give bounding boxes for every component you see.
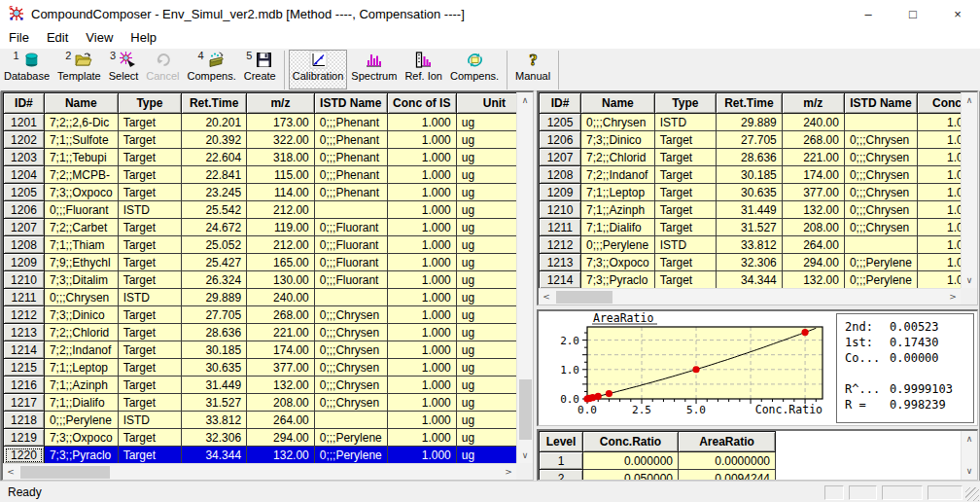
table-cell[interactable]: Target (118, 394, 182, 412)
table-cell[interactable]: 32.306 (717, 254, 783, 271)
table-cell[interactable]: 132.00 (247, 376, 315, 394)
row-id-cell[interactable]: 1211 (4, 289, 45, 306)
table-cell[interactable]: 7;3;;Pyraclo (44, 447, 118, 464)
table-cell[interactable] (314, 412, 387, 429)
column-header[interactable]: m/z (247, 93, 315, 114)
table-cell[interactable]: 0;;;Chrysen (314, 376, 387, 394)
column-header[interactable]: AreaRatio (679, 432, 776, 452)
row-id-cell[interactable]: 1214 (540, 271, 581, 289)
table-cell[interactable]: 0;;;Phenant (314, 131, 387, 149)
spectrum-view-button[interactable]: Spectrum (347, 50, 401, 90)
table-cell[interactable]: 7;2;;Chlorid (44, 324, 118, 341)
table-row[interactable]: 10.0000000.0000000 (540, 452, 776, 470)
table-cell[interactable]: 1.000 (387, 166, 456, 184)
row-id-cell[interactable]: 1216 (4, 376, 45, 394)
table-row[interactable]: 12207;3;;PyracloTarget34.344132.000;;;Pe… (4, 447, 533, 464)
horizontal-scrollbar[interactable]: < > (539, 288, 961, 305)
table-row[interactable]: 12077;2;;CarbetTarget24.672119.000;;;Flu… (4, 219, 533, 236)
table-cell[interactable]: 25.542 (182, 201, 247, 219)
row-id-cell[interactable]: 1213 (4, 324, 45, 341)
table-cell[interactable]: ISTD (118, 201, 182, 219)
row-id-cell[interactable]: 1218 (4, 412, 45, 429)
table-cell[interactable]: 173.00 (247, 114, 315, 131)
table-cell[interactable]: 7;2;;Indanof (44, 341, 118, 359)
table-cell[interactable]: 30.185 (182, 341, 247, 359)
table-row[interactable]: 12060;;;FluorantISTD25.542212.001.000ug (4, 201, 533, 219)
table-cell[interactable]: 0.050000 (583, 470, 679, 482)
table-cell[interactable]: 130.00 (247, 271, 315, 289)
table-cell[interactable]: Target (118, 184, 182, 201)
table-cell[interactable]: 33.812 (182, 412, 247, 429)
table-cell[interactable]: 7;2;;MCPB- (44, 166, 118, 184)
table-row[interactable]: 12067;3;;DinicoTarget27.705268.000;;;Chr… (540, 131, 977, 149)
table-row[interactable]: 20.0500000.0094244 (540, 470, 776, 482)
table-cell[interactable] (844, 236, 917, 254)
table-cell[interactable]: 0;;;Perylene (844, 271, 917, 289)
row-id-cell[interactable]: 1209 (540, 184, 581, 201)
table-cell[interactable]: 268.00 (782, 131, 844, 149)
table-cell[interactable]: 7;3;;Ditalim (44, 271, 118, 289)
table-cell[interactable]: 322.00 (247, 131, 315, 149)
table-cell[interactable]: Target (654, 219, 716, 236)
scroll-down-icon[interactable]: ∨ (517, 448, 533, 463)
scrollbar-thumb[interactable] (20, 466, 110, 479)
table-cell[interactable]: Target (118, 149, 182, 166)
table-cell[interactable]: 318.00 (247, 149, 315, 166)
table-cell[interactable]: 0;;;Chrysen (314, 394, 387, 412)
table-row[interactable]: 12157;1;;LeptopTarget30.635377.000;;;Chr… (4, 359, 533, 376)
table-row[interactable]: 12137;2;;ChloridTarget28.636221.000;;;Ch… (4, 324, 533, 341)
table-row[interactable]: 12050;;;ChrysenISTD29.889240.001.000 (540, 114, 977, 131)
table-cell[interactable]: 0;;;Chrysen (844, 166, 917, 184)
compensation-create-button[interactable]: 4 Compens. (184, 50, 240, 90)
table-cell[interactable] (314, 289, 387, 306)
table-cell[interactable]: 7;3;;Oxpoco (44, 184, 118, 201)
table-cell[interactable]: 1.000 (387, 359, 456, 376)
scroll-left-icon[interactable]: < (3, 464, 18, 480)
scroll-right-icon[interactable]: > (945, 289, 961, 305)
table-cell[interactable]: 33.812 (717, 236, 783, 254)
table-cell[interactable]: 0;;;Perylene (44, 412, 118, 429)
table-row[interactable]: 12110;;;ChrysenISTD29.889240.001.000ug (4, 289, 533, 306)
scrollbar-thumb[interactable] (556, 291, 612, 304)
table-cell[interactable]: 1.000 (387, 149, 456, 166)
table-cell[interactable]: 7;1;;Leptop (581, 184, 655, 201)
column-header[interactable]: Type (654, 93, 716, 114)
table-cell[interactable]: Target (118, 114, 182, 131)
row-id-cell[interactable]: 1205 (4, 184, 45, 201)
table-cell[interactable]: 208.00 (247, 394, 315, 412)
column-header[interactable]: Conc of IS (387, 93, 456, 114)
table-cell[interactable]: 1.000 (387, 201, 456, 219)
select-button[interactable]: 3 Select (105, 50, 143, 90)
table-cell[interactable]: 7;1;;Azinph (581, 201, 655, 219)
row-id-cell[interactable]: 1217 (4, 394, 45, 412)
row-id-cell[interactable]: 1210 (4, 271, 45, 289)
table-cell[interactable]: Target (118, 219, 182, 236)
table-cell[interactable]: ISTD (118, 289, 182, 306)
table-row[interactable]: 12117;1;;DialifoTarget31.527208.000;;;Ch… (540, 219, 977, 236)
row-id-cell[interactable]: 1212 (4, 306, 45, 324)
table-cell[interactable]: 1.000 (387, 271, 456, 289)
table-cell[interactable]: Target (118, 359, 182, 376)
table-cell[interactable]: Target (118, 131, 182, 149)
table-cell[interactable]: 24.672 (182, 219, 247, 236)
table-cell[interactable]: Target (118, 306, 182, 324)
table-cell[interactable]: 1.000 (387, 114, 456, 131)
table-cell[interactable]: 0;;;Fluorant (44, 201, 118, 219)
table-cell[interactable]: 1.000 (387, 131, 456, 149)
table-row[interactable]: 12077;2;;ChloridTarget28.636221.000;;;Ch… (540, 149, 977, 166)
table-row[interactable]: 12047;2;;MCPB-Target22.841115.000;;;Phen… (4, 166, 533, 184)
column-header[interactable]: Name (44, 93, 118, 114)
column-header[interactable]: ISTD Name (314, 93, 387, 114)
table-cell[interactable]: 7;3;;Oxpoco (581, 254, 655, 271)
table-cell[interactable]: 0;;;Chrysen (844, 219, 917, 236)
table-cell[interactable]: Target (654, 166, 716, 184)
row-id-cell[interactable]: 1204 (4, 166, 45, 184)
table-cell[interactable]: 0;;;Phenant (314, 114, 387, 131)
table-cell[interactable]: 0;;;Chrysen (314, 306, 387, 324)
scroll-up-icon[interactable]: ∧ (962, 431, 977, 447)
table-cell[interactable]: Target (654, 271, 716, 289)
table-cell[interactable]: 1.000 (387, 447, 456, 464)
menu-file[interactable]: File (0, 27, 38, 49)
table-cell[interactable] (844, 114, 917, 131)
row-id-cell[interactable]: 2 (540, 470, 583, 482)
